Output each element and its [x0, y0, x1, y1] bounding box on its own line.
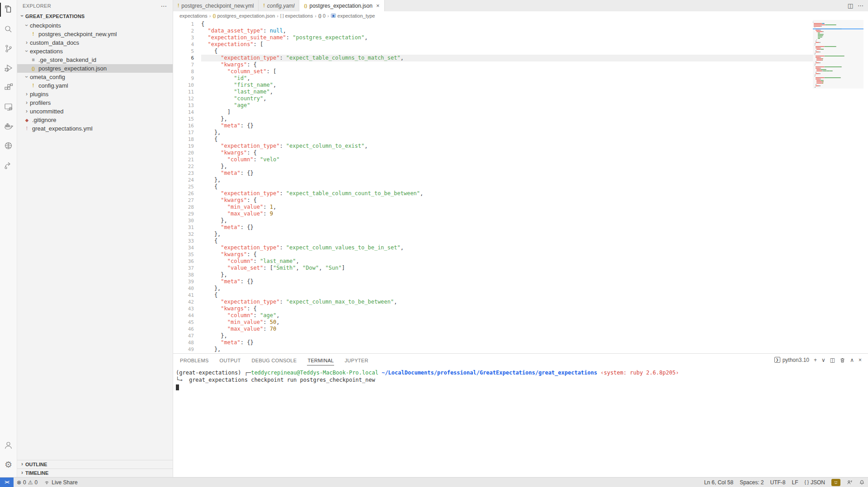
problems-status[interactable]: ⊗ 0 ⚠ 0 — [14, 478, 41, 487]
tree-folder-uncommitted[interactable]: ›uncommitted — [17, 107, 173, 116]
tree-file-config-yaml[interactable]: !config.yaml — [17, 81, 173, 90]
code-line-43[interactable]: "kwargs": { — [201, 305, 813, 312]
code-line-22[interactable]: }, — [201, 163, 813, 170]
tree-file-postgres-checkpoint-new-yml[interactable]: !postgres_checkpoint_new.yml — [17, 30, 173, 38]
code-line-40[interactable]: }, — [201, 285, 813, 292]
editor-tab-postgres-checkpoint-new-yml[interactable]: !postgres_checkpoint_new.yml — [173, 0, 259, 11]
tree-folder-expectations[interactable]: ›expectations — [17, 47, 173, 56]
panel-tab-jupyter[interactable]: JUPYTER — [344, 355, 368, 365]
code-line-13[interactable]: "age" — [201, 102, 813, 109]
code-content[interactable]: { "data_asset_type": null, "expectation_… — [194, 21, 813, 353]
shell-selector[interactable]: ❯python3.10 — [774, 357, 809, 363]
code-line-23[interactable]: "meta": {} — [201, 170, 813, 177]
code-line-34[interactable]: "expectation_type": "expect_column_value… — [201, 244, 813, 251]
editor-tab-config-yaml[interactable]: !config.yaml — [259, 0, 299, 11]
code-line-2[interactable]: "data_asset_type": null, — [201, 28, 813, 34]
code-line-36[interactable]: "column": "last_name", — [201, 258, 813, 265]
tree-file--ge-store-backend-id[interactable]: ≣.ge_store_backend_id — [17, 56, 173, 64]
extensions-icon[interactable] — [0, 78, 17, 97]
encoding-status[interactable]: UTF-8 — [767, 478, 789, 487]
code-line-15[interactable]: }, — [201, 116, 813, 122]
sidebar-more-actions-icon[interactable]: ⋯ — [161, 2, 167, 9]
panel-tab-terminal[interactable]: TERMINAL — [307, 355, 334, 365]
tree-file-postgres-expectation-json[interactable]: {}postgres_expectation.json — [17, 64, 173, 73]
tree-folder-plugins[interactable]: ›plugins — [17, 90, 173, 98]
remote-explorer-icon[interactable] — [0, 97, 17, 117]
code-line-38[interactable]: }, — [201, 272, 813, 278]
maximize-panel-icon[interactable]: ∧ — [850, 357, 854, 363]
settings-icon[interactable]: ⚙ — [0, 455, 17, 474]
code-line-3[interactable]: "expectation_suite_name": "postgres_expe… — [201, 34, 813, 41]
workspace-section-header[interactable]: › GREAT_EXPECTATIONS — [17, 11, 173, 21]
terminal-dropdown-icon[interactable]: ∨ — [821, 357, 826, 363]
sidebar-section-timeline[interactable]: ›TIMELINE — [17, 468, 173, 477]
kill-terminal-icon[interactable] — [840, 357, 845, 363]
code-line-31[interactable]: "meta": {} — [201, 224, 813, 231]
code-line-18[interactable]: { — [201, 136, 813, 143]
language-mode[interactable]: { } JSON — [802, 478, 828, 487]
code-line-14[interactable]: ] — [201, 109, 813, 116]
code-line-30[interactable]: }, — [201, 217, 813, 224]
code-line-29[interactable]: "max_value": 9 — [201, 211, 813, 217]
code-line-39[interactable]: "meta": {} — [201, 278, 813, 285]
code-line-17[interactable]: }, — [201, 129, 813, 136]
code-line-9[interactable]: "id", — [201, 75, 813, 82]
remote-indicator[interactable]: >< — [0, 478, 14, 487]
notifications-button[interactable] — [856, 478, 868, 487]
code-line-8[interactable]: "column_set": [ — [201, 68, 813, 75]
code-line-4[interactable]: "expectations": [ — [201, 41, 813, 48]
code-line-37[interactable]: "value_set": ["Smith", "Dow", "Sun"] — [201, 265, 813, 272]
code-line-32[interactable]: }, — [201, 231, 813, 238]
eol-status[interactable]: LF — [789, 478, 802, 487]
panel-tab-problems[interactable]: PROBLEMS — [179, 355, 209, 365]
code-line-35[interactable]: "kwargs": { — [201, 251, 813, 258]
breadcrumb-item-0[interactable]: {}0 — [318, 13, 326, 19]
search-icon[interactable] — [0, 19, 17, 39]
code-line-21[interactable]: "column": "velo" — [201, 156, 813, 163]
tree-file-great-expectations-yml[interactable]: !great_expectations.yml — [17, 124, 173, 133]
code-line-42[interactable]: "expectation_type": "expect_column_max_t… — [201, 299, 813, 305]
code-line-19[interactable]: "expectation_type": "expect_column_to_ex… — [201, 143, 813, 150]
code-line-47[interactable]: }, — [201, 332, 813, 339]
breadcrumb-item-expectations[interactable]: [ ]expectations — [280, 13, 313, 19]
editor-tab-postgres-expectation-json[interactable]: {}postgres_expectation.json× — [299, 0, 384, 11]
editor-scrollbar[interactable] — [863, 20, 868, 353]
sidebar-section-outline[interactable]: ›OUTLINE — [17, 460, 173, 468]
docker-icon[interactable] — [0, 117, 17, 136]
indentation-status[interactable]: Spaces: 2 — [736, 478, 767, 487]
cursor-position[interactable]: Ln 6, Col 58 — [701, 478, 736, 487]
live-share-icon[interactable] — [0, 155, 17, 175]
code-line-24[interactable]: }, — [201, 177, 813, 183]
tree-folder-custom-data-docs[interactable]: ›custom_data_docs — [17, 38, 173, 47]
new-terminal-icon[interactable]: + — [814, 357, 817, 363]
feedback-button[interactable] — [844, 478, 856, 487]
terminal-output[interactable]: (great-expectations) ┌─teddycrepineau@Te… — [173, 366, 868, 477]
code-line-6[interactable]: "expectation_type": "expect_table_column… — [201, 55, 813, 61]
breadcrumb-item-postgres-expectation-json[interactable]: {}postgres_expectation.json — [212, 13, 275, 19]
breadcrumb-item-expectations[interactable]: expectations — [179, 13, 208, 19]
tree-folder-ometa-config[interactable]: ›ometa_config — [17, 73, 173, 81]
panel-tab-output[interactable]: OUTPUT — [219, 355, 241, 365]
split-editor-icon[interactable]: ◫ — [848, 2, 853, 9]
source-control-icon[interactable] — [0, 39, 17, 58]
smiley-extension-badge[interactable] — [828, 478, 844, 487]
code-line-48[interactable]: "meta": {} — [201, 339, 813, 346]
code-line-25[interactable]: { — [201, 183, 813, 190]
code-line-49[interactable]: }, — [201, 346, 813, 353]
breadcrumb-item-expectation-type[interactable]: ▣expectation_type — [331, 13, 375, 19]
code-line-5[interactable]: { — [201, 48, 813, 55]
code-line-11[interactable]: "last_name", — [201, 89, 813, 95]
code-line-46[interactable]: "max_value": 70 — [201, 326, 813, 332]
code-line-10[interactable]: "first_name", — [201, 82, 813, 89]
live-share-button[interactable]: Live Share — [41, 478, 80, 487]
tree-folder-profilers[interactable]: ›profilers — [17, 98, 173, 107]
code-line-27[interactable]: "kwargs": { — [201, 197, 813, 204]
code-line-1[interactable]: { — [201, 21, 813, 28]
code-line-28[interactable]: "min_value": 1, — [201, 204, 813, 211]
code-line-45[interactable]: "min_value": 50, — [201, 319, 813, 326]
code-line-44[interactable]: "column": "age", — [201, 312, 813, 319]
run-and-debug-icon[interactable] — [0, 58, 17, 78]
tree-file--gitignore[interactable]: ◆.gitignore — [17, 116, 173, 124]
panel-tab-debug-console[interactable]: DEBUG CONSOLE — [251, 355, 297, 365]
minimap[interactable] — [813, 20, 863, 353]
